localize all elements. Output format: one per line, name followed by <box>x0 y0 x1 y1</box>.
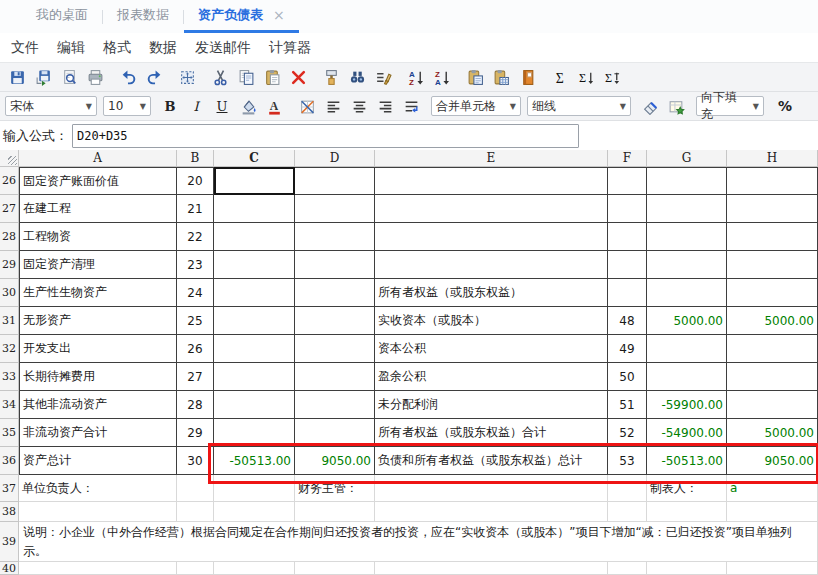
edit-formula-icon[interactable] <box>370 65 396 89</box>
column-header-D[interactable]: D <box>295 150 375 167</box>
menu-item-6[interactable]: 计算器 <box>260 39 320 57</box>
align-center-icon[interactable] <box>346 94 372 118</box>
cell-B30[interactable]: 24 <box>177 279 214 307</box>
cell-D27[interactable] <box>295 195 375 223</box>
cell-H28[interactable] <box>727 223 818 251</box>
cell-E36[interactable]: 负债和所有者权益（或股东权益）总计 <box>375 447 608 475</box>
cell-F36[interactable]: 53 <box>608 447 647 475</box>
font-family-select[interactable]: 宋体 ▼ <box>5 96 97 116</box>
row-header-33[interactable]: 33 <box>0 363 19 391</box>
cell-E27[interactable] <box>375 195 608 223</box>
wrap-text-icon[interactable] <box>398 94 424 118</box>
cell-B32[interactable]: 26 <box>177 335 214 363</box>
row-header-38[interactable]: 38 <box>0 502 19 522</box>
column-header-E[interactable]: E <box>375 150 608 167</box>
cell-D28[interactable] <box>295 223 375 251</box>
cell-C28[interactable] <box>214 223 295 251</box>
cell-D37[interactable]: 财务主管： <box>295 475 375 502</box>
cell-F32[interactable]: 49 <box>608 335 647 363</box>
menu-item-3[interactable]: 格式 <box>94 39 140 57</box>
cell-B40[interactable] <box>177 562 214 575</box>
fill-direction-select[interactable]: 向下填充 ▼ <box>696 96 764 116</box>
format-painter-icon[interactable] <box>318 65 344 89</box>
align-left-icon[interactable] <box>320 94 346 118</box>
cell-A28[interactable]: 工程物资 <box>19 223 177 251</box>
row-header-29[interactable]: 29 <box>0 251 19 279</box>
cell-C26[interactable] <box>214 167 295 195</box>
cell-H30[interactable] <box>727 279 818 307</box>
save-icon[interactable] <box>4 65 30 89</box>
row-header-30[interactable]: 30 <box>0 279 19 307</box>
save-as-icon[interactable] <box>30 65 56 89</box>
column-header-C[interactable]: C <box>214 150 295 167</box>
row-header-34[interactable]: 34 <box>0 391 19 419</box>
cell-E38[interactable] <box>375 502 608 522</box>
cell-G27[interactable] <box>647 195 727 223</box>
menu-item-5[interactable]: 发送邮件 <box>186 39 260 57</box>
cell-H33[interactable] <box>727 363 818 391</box>
cell-A34[interactable]: 其他非流动资产 <box>19 391 177 419</box>
cell-D34[interactable] <box>295 391 375 419</box>
row-header-32[interactable]: 32 <box>0 335 19 363</box>
sort-asc-icon[interactable]: AZ <box>403 65 429 89</box>
cell-B31[interactable]: 25 <box>177 307 214 335</box>
cell-F27[interactable] <box>608 195 647 223</box>
eraser-icon[interactable] <box>637 94 663 118</box>
column-header-B[interactable]: B <box>177 150 214 167</box>
font-color-icon[interactable]: A <box>261 94 287 118</box>
cell-C38[interactable] <box>214 502 295 522</box>
cell-A33[interactable]: 长期待摊费用 <box>19 363 177 391</box>
cell-H27[interactable] <box>727 195 818 223</box>
notebook-icon[interactable] <box>514 65 540 89</box>
print-preview-icon[interactable] <box>56 65 82 89</box>
sum-column-icon[interactable]: Σ <box>573 65 599 89</box>
cell-H29[interactable] <box>727 251 818 279</box>
italic-button[interactable]: I <box>183 94 209 118</box>
cell-G26[interactable] <box>647 167 727 195</box>
formula-input[interactable] <box>72 124 579 148</box>
cell-E32[interactable]: 资本公积 <box>375 335 608 363</box>
cell-C31[interactable] <box>214 307 295 335</box>
print-icon[interactable] <box>82 65 108 89</box>
cell-H35[interactable]: 5000.00 <box>727 419 818 447</box>
cell-C36[interactable]: -50513.00 <box>214 447 295 475</box>
cell-E34[interactable]: 未分配利润 <box>375 391 608 419</box>
cell-A38[interactable] <box>19 502 177 522</box>
column-header-A[interactable]: A <box>19 150 177 167</box>
select-area-icon[interactable] <box>174 65 200 89</box>
note-cell-39[interactable]: 说明：小企业（中外合作经营）根据合同规定在合作期间归还投资者的投资，应在“实收资… <box>19 522 818 562</box>
align-right-icon[interactable] <box>372 94 398 118</box>
cell-A30[interactable]: 生产性生物资产 <box>19 279 177 307</box>
cell-A32[interactable]: 开发支出 <box>19 335 177 363</box>
cell-G29[interactable] <box>647 251 727 279</box>
undo-icon[interactable] <box>115 65 141 89</box>
cell-style-icon[interactable] <box>663 94 689 118</box>
cell-G30[interactable] <box>647 279 727 307</box>
border-line-select[interactable]: 细线 ▼ <box>527 96 631 116</box>
cell-B34[interactable]: 28 <box>177 391 214 419</box>
paste-icon[interactable] <box>259 65 285 89</box>
cell-A31[interactable]: 无形资产 <box>19 307 177 335</box>
cell-A40[interactable] <box>19 562 177 575</box>
cell-G38[interactable] <box>647 502 727 522</box>
cell-F33[interactable]: 50 <box>608 363 647 391</box>
cell-C32[interactable] <box>214 335 295 363</box>
cell-B36[interactable]: 30 <box>177 447 214 475</box>
cell-B38[interactable] <box>177 502 214 522</box>
cell-E37[interactable] <box>375 475 608 502</box>
cell-C35[interactable] <box>214 419 295 447</box>
cell-D35[interactable] <box>295 419 375 447</box>
cell-E28[interactable] <box>375 223 608 251</box>
column-header-F[interactable]: F <box>608 150 647 167</box>
cell-H38[interactable] <box>727 502 818 522</box>
tab-2[interactable]: 报表数据 <box>103 0 183 33</box>
cell-D36[interactable]: 9050.00 <box>295 447 375 475</box>
cell-C29[interactable] <box>214 251 295 279</box>
cell-H34[interactable] <box>727 391 818 419</box>
row-header-40[interactable]: 40 <box>0 562 19 575</box>
cell-G28[interactable] <box>647 223 727 251</box>
cell-F31[interactable]: 48 <box>608 307 647 335</box>
cell-G31[interactable]: 5000.00 <box>647 307 727 335</box>
cell-D30[interactable] <box>295 279 375 307</box>
cell-B33[interactable]: 27 <box>177 363 214 391</box>
